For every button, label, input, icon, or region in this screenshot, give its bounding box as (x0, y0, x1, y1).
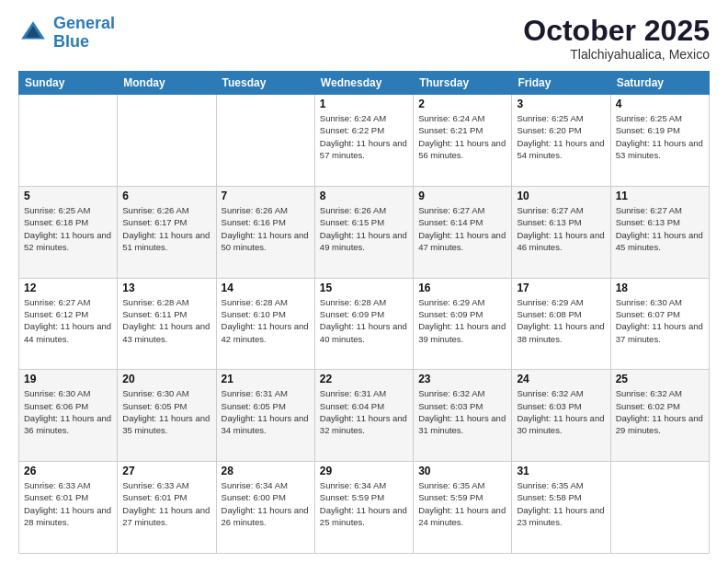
day-number: 11 (616, 190, 704, 202)
day-number: 9 (418, 190, 506, 202)
day-info: Sunrise: 6:26 AM Sunset: 6:16 PM Dayligh… (222, 204, 310, 253)
weekday-header-thursday: Thursday (414, 72, 512, 95)
day-number: 2 (418, 98, 506, 110)
day-cell: 29Sunrise: 6:34 AM Sunset: 5:59 PM Dayli… (314, 462, 413, 554)
day-number: 14 (222, 282, 310, 294)
day-info: Sunrise: 6:25 AM Sunset: 6:18 PM Dayligh… (24, 204, 112, 253)
day-number: 23 (418, 373, 506, 385)
page: General Blue October 2025 Tlalchiyahuali… (0, 0, 728, 563)
logo-text: General Blue (53, 15, 115, 52)
day-number: 22 (320, 373, 408, 385)
weekday-header-wednesday: Wednesday (314, 72, 413, 95)
day-number: 5 (24, 190, 112, 202)
day-info: Sunrise: 6:25 AM Sunset: 6:19 PM Dayligh… (616, 112, 704, 161)
day-cell: 13Sunrise: 6:28 AM Sunset: 6:11 PM Dayli… (118, 278, 216, 370)
logo-icon (18, 18, 48, 48)
day-number: 24 (517, 373, 605, 385)
day-number: 18 (616, 282, 704, 294)
day-number: 16 (418, 282, 506, 294)
day-info: Sunrise: 6:31 AM Sunset: 6:05 PM Dayligh… (222, 387, 310, 436)
weekday-header-sunday: Sunday (19, 72, 118, 95)
day-info: Sunrise: 6:32 AM Sunset: 6:03 PM Dayligh… (517, 387, 605, 436)
day-cell: 23Sunrise: 6:32 AM Sunset: 6:03 PM Dayli… (414, 370, 512, 462)
day-info: Sunrise: 6:30 AM Sunset: 6:05 PM Dayligh… (122, 387, 210, 436)
day-info: Sunrise: 6:28 AM Sunset: 6:11 PM Dayligh… (122, 296, 210, 345)
day-cell: 18Sunrise: 6:30 AM Sunset: 6:07 PM Dayli… (610, 278, 709, 370)
day-cell: 1Sunrise: 6:24 AM Sunset: 6:22 PM Daylig… (314, 95, 413, 187)
title-block: October 2025 Tlalchiyahualica, Mexico (523, 15, 710, 62)
day-info: Sunrise: 6:25 AM Sunset: 6:20 PM Dayligh… (517, 112, 605, 161)
day-info: Sunrise: 6:35 AM Sunset: 5:59 PM Dayligh… (418, 479, 506, 528)
day-cell: 31Sunrise: 6:35 AM Sunset: 5:58 PM Dayli… (512, 462, 610, 554)
day-cell: 27Sunrise: 6:33 AM Sunset: 6:01 PM Dayli… (118, 462, 216, 554)
day-info: Sunrise: 6:34 AM Sunset: 6:00 PM Dayligh… (222, 479, 310, 528)
logo-line2: Blue (53, 32, 89, 51)
day-number: 17 (517, 282, 605, 294)
weekday-header-saturday: Saturday (610, 72, 709, 95)
day-info: Sunrise: 6:30 AM Sunset: 6:07 PM Dayligh… (616, 296, 704, 345)
day-number: 15 (320, 282, 408, 294)
day-cell: 25Sunrise: 6:32 AM Sunset: 6:02 PM Dayli… (610, 370, 709, 462)
day-number: 13 (122, 282, 210, 294)
day-info: Sunrise: 6:32 AM Sunset: 6:02 PM Dayligh… (616, 387, 704, 436)
logo: General Blue (18, 15, 115, 52)
day-info: Sunrise: 6:33 AM Sunset: 6:01 PM Dayligh… (122, 479, 210, 528)
weekday-header-friday: Friday (512, 72, 610, 95)
week-row-2: 5Sunrise: 6:25 AM Sunset: 6:18 PM Daylig… (19, 186, 710, 278)
day-info: Sunrise: 6:28 AM Sunset: 6:10 PM Dayligh… (222, 296, 310, 345)
day-cell: 4Sunrise: 6:25 AM Sunset: 6:19 PM Daylig… (610, 95, 709, 187)
day-cell: 19Sunrise: 6:30 AM Sunset: 6:06 PM Dayli… (19, 370, 118, 462)
day-info: Sunrise: 6:27 AM Sunset: 6:12 PM Dayligh… (24, 296, 112, 345)
day-cell: 12Sunrise: 6:27 AM Sunset: 6:12 PM Dayli… (19, 278, 118, 370)
day-cell: 11Sunrise: 6:27 AM Sunset: 6:13 PM Dayli… (610, 186, 709, 278)
day-cell: 7Sunrise: 6:26 AM Sunset: 6:16 PM Daylig… (216, 186, 314, 278)
day-cell: 14Sunrise: 6:28 AM Sunset: 6:10 PM Dayli… (216, 278, 314, 370)
day-info: Sunrise: 6:27 AM Sunset: 6:14 PM Dayligh… (418, 204, 506, 253)
day-info: Sunrise: 6:30 AM Sunset: 6:06 PM Dayligh… (24, 387, 112, 436)
day-cell: 5Sunrise: 6:25 AM Sunset: 6:18 PM Daylig… (19, 186, 118, 278)
day-info: Sunrise: 6:27 AM Sunset: 6:13 PM Dayligh… (517, 204, 605, 253)
calendar-table: SundayMondayTuesdayWednesdayThursdayFrid… (18, 71, 710, 554)
day-info: Sunrise: 6:26 AM Sunset: 6:15 PM Dayligh… (320, 204, 408, 253)
day-number: 31 (517, 465, 605, 477)
day-cell: 26Sunrise: 6:33 AM Sunset: 6:01 PM Dayli… (19, 462, 118, 554)
month-title: October 2025 (523, 15, 710, 47)
day-info: Sunrise: 6:24 AM Sunset: 6:22 PM Dayligh… (320, 112, 408, 161)
day-number: 19 (24, 373, 112, 385)
weekday-header-monday: Monday (118, 72, 216, 95)
day-cell: 15Sunrise: 6:28 AM Sunset: 6:09 PM Dayli… (314, 278, 413, 370)
day-number: 26 (24, 465, 112, 477)
day-number: 7 (222, 190, 310, 202)
day-cell: 10Sunrise: 6:27 AM Sunset: 6:13 PM Dayli… (512, 186, 610, 278)
day-cell (216, 95, 314, 187)
day-info: Sunrise: 6:31 AM Sunset: 6:04 PM Dayligh… (320, 387, 408, 436)
day-number: 8 (320, 190, 408, 202)
day-number: 20 (122, 373, 210, 385)
header: General Blue October 2025 Tlalchiyahuali… (18, 15, 710, 62)
day-cell: 16Sunrise: 6:29 AM Sunset: 6:09 PM Dayli… (414, 278, 512, 370)
day-number: 1 (320, 98, 408, 110)
day-cell: 3Sunrise: 6:25 AM Sunset: 6:20 PM Daylig… (512, 95, 610, 187)
day-info: Sunrise: 6:29 AM Sunset: 6:08 PM Dayligh… (517, 296, 605, 345)
day-cell: 2Sunrise: 6:24 AM Sunset: 6:21 PM Daylig… (414, 95, 512, 187)
day-info: Sunrise: 6:29 AM Sunset: 6:09 PM Dayligh… (418, 296, 506, 345)
logo-line1: General (53, 14, 115, 32)
day-cell: 9Sunrise: 6:27 AM Sunset: 6:14 PM Daylig… (414, 186, 512, 278)
day-number: 29 (320, 465, 408, 477)
day-info: Sunrise: 6:33 AM Sunset: 6:01 PM Dayligh… (24, 479, 112, 528)
day-cell (19, 95, 118, 187)
day-number: 3 (517, 98, 605, 110)
day-cell: 22Sunrise: 6:31 AM Sunset: 6:04 PM Dayli… (314, 370, 413, 462)
weekday-header-row: SundayMondayTuesdayWednesdayThursdayFrid… (19, 72, 710, 95)
day-cell: 8Sunrise: 6:26 AM Sunset: 6:15 PM Daylig… (314, 186, 413, 278)
day-cell (610, 462, 709, 554)
week-row-1: 1Sunrise: 6:24 AM Sunset: 6:22 PM Daylig… (19, 95, 710, 187)
day-number: 21 (222, 373, 310, 385)
week-row-5: 26Sunrise: 6:33 AM Sunset: 6:01 PM Dayli… (19, 462, 710, 554)
day-cell: 30Sunrise: 6:35 AM Sunset: 5:59 PM Dayli… (414, 462, 512, 554)
day-info: Sunrise: 6:24 AM Sunset: 6:21 PM Dayligh… (418, 112, 506, 161)
day-info: Sunrise: 6:27 AM Sunset: 6:13 PM Dayligh… (616, 204, 704, 253)
day-cell: 28Sunrise: 6:34 AM Sunset: 6:00 PM Dayli… (216, 462, 314, 554)
location: Tlalchiyahualica, Mexico (523, 47, 710, 62)
day-number: 10 (517, 190, 605, 202)
